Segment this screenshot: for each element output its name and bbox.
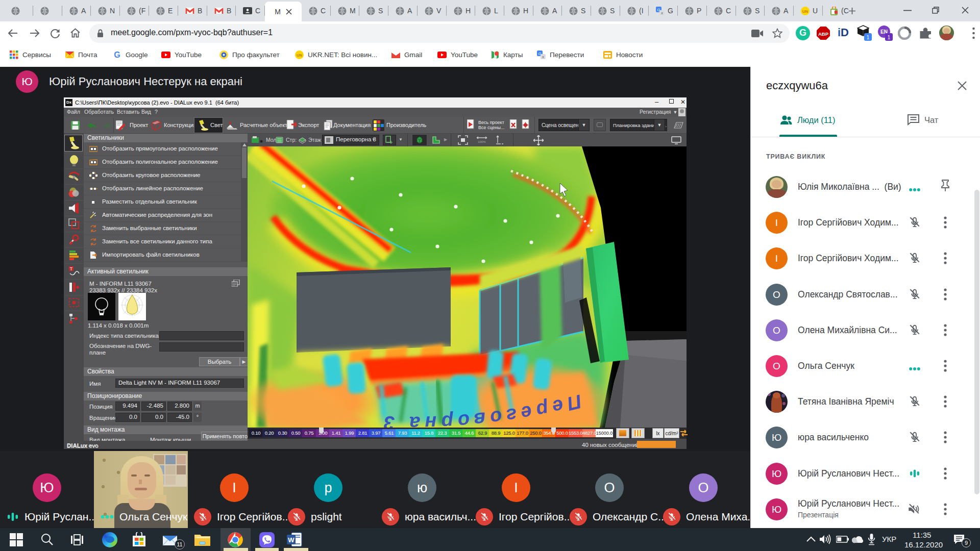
svg-text:W: W bbox=[288, 536, 295, 544]
svg-text:100%: 100% bbox=[478, 140, 486, 143]
svg-text:ABP: ABP bbox=[818, 31, 829, 37]
svg-text:UN: UN bbox=[297, 53, 302, 58]
svg-text:T: T bbox=[70, 266, 73, 271]
svg-text:1: 1 bbox=[867, 34, 870, 40]
svg-text:G: G bbox=[114, 51, 120, 59]
svg-text:x: x bbox=[661, 11, 663, 15]
svg-text:x: x bbox=[542, 55, 544, 59]
svg-text:UN: UN bbox=[802, 9, 808, 14]
svg-text:1: 1 bbox=[888, 34, 891, 40]
